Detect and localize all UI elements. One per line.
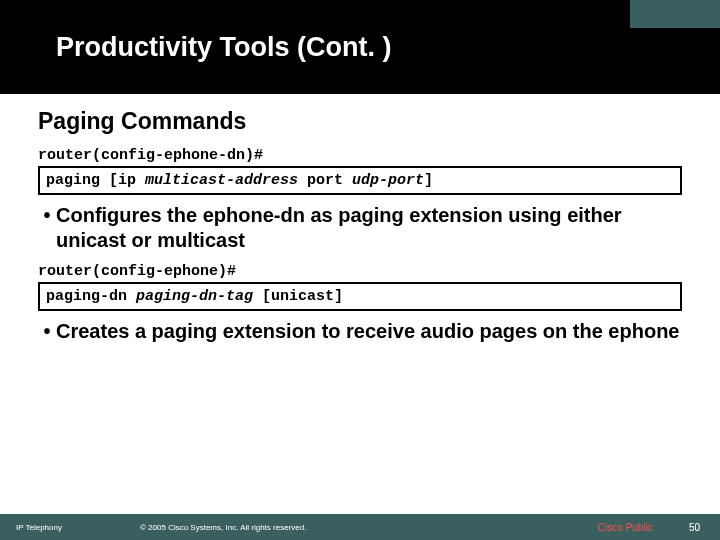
cmd-arg-udpport: udp-port <box>352 172 424 189</box>
cmd-arg-paging-dn-tag: paging-dn-tag <box>136 288 253 305</box>
bullet-text: Creates a paging extension to receive au… <box>56 319 682 344</box>
corner-decoration <box>630 0 720 28</box>
footer-public-label: Cisco Public <box>598 522 689 533</box>
footer-left: IP Telephony <box>0 523 140 532</box>
title-bar: Productivity Tools (Cont. ) <box>0 0 720 94</box>
command-box-paging-dn: paging-dn paging-dn-tag [unicast] <box>38 282 682 311</box>
cmd-text: paging [ip <box>46 172 145 189</box>
cmd-text: paging-dn <box>46 288 136 305</box>
bullet-marker: • <box>38 319 56 344</box>
slide-content: Paging Commands router(config-ephone-dn)… <box>0 94 720 344</box>
slide-title: Productivity Tools (Cont. ) <box>0 32 391 63</box>
section-subtitle: Paging Commands <box>38 108 682 135</box>
prompt-ephone: router(config-ephone)# <box>38 263 682 280</box>
cmd-arg-multicast: multicast-address <box>145 172 298 189</box>
bullet-marker: • <box>38 203 56 228</box>
slide-footer: IP Telephony © 2005 Cisco Systems, Inc. … <box>0 514 720 540</box>
cmd-text: [unicast] <box>253 288 343 305</box>
cmd-text: port <box>298 172 352 189</box>
command-box-paging: paging [ip multicast-address port udp-po… <box>38 166 682 195</box>
bullet-item: • Configures the ephone-dn as paging ext… <box>38 203 682 253</box>
prompt-ephone-dn: router(config-ephone-dn)# <box>38 147 682 164</box>
cmd-text: ] <box>424 172 433 189</box>
footer-copyright: © 2005 Cisco Systems, Inc. All rights re… <box>140 523 598 532</box>
bullet-text: Configures the ephone-dn as paging exten… <box>56 203 682 253</box>
bullet-item: • Creates a paging extension to receive … <box>38 319 682 344</box>
footer-page-number: 50 <box>689 522 720 533</box>
